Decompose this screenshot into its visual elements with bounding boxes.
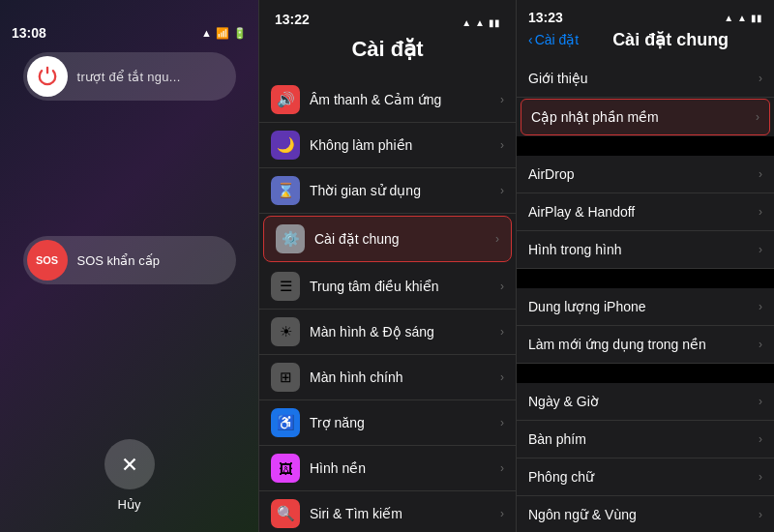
- ttdk-icon: ☰: [271, 272, 300, 301]
- signal-icon3: ▲: [724, 13, 733, 23]
- battery-icon2: ▮▮: [489, 17, 500, 28]
- chevron-ng: ›: [759, 395, 762, 408]
- cdc-label: Cài đặt chung: [314, 231, 495, 247]
- chevron-cn: ›: [756, 110, 759, 124]
- tg-icon: ⌛: [271, 176, 300, 205]
- panel3-time: 13:23: [528, 10, 563, 25]
- back-label: Cài đặt: [535, 32, 580, 47]
- settings-item-mhc[interactable]: ⊞ Màn hình chính ›: [259, 355, 516, 400]
- chevron-icon10: ›: [500, 507, 504, 520]
- battery-icon3: ▮▮: [751, 13, 762, 23]
- tn-label: Trợ năng: [310, 415, 500, 430]
- close-icon: [119, 454, 140, 475]
- general-list: Giới thiệu › Cập nhật phần mềm › AirDrop…: [517, 60, 774, 532]
- settings-item-tro-nang[interactable]: ♿ Trợ năng ›: [259, 400, 516, 446]
- cancel-button[interactable]: [104, 439, 155, 489]
- power-slider-label: trượt để tắt ngu...: [77, 70, 181, 84]
- panel1-time: 13:08: [12, 25, 46, 41]
- nn-label: Ngôn ngữ & Vùng: [528, 507, 759, 522]
- chevron-airplay: ›: [759, 205, 762, 219]
- panel1-poweroff: 13:08 ▲ 📶 🔋 trượt để tắt ngu... SOS SOS …: [0, 0, 258, 532]
- chevron-hth: ›: [759, 243, 762, 256]
- back-button[interactable]: ‹ Cài đặt: [528, 32, 579, 47]
- hn-label: Hình nền: [310, 460, 500, 476]
- cdc-icon: ⚙️: [276, 224, 305, 253]
- siri-icon: 🔍: [271, 499, 300, 528]
- chevron-icon4: ›: [495, 232, 499, 246]
- panel1-status-icons: ▲ 📶 🔋: [201, 27, 247, 40]
- power-icon: [37, 66, 58, 87]
- panel3-general: 13:23 ▲ ▲ ▮▮ ‹ Cài đặt Cài đặt chung Giớ…: [517, 0, 774, 532]
- panel3-header: 13:23 ▲ ▲ ▮▮ ‹ Cài đặt Cài đặt chung: [517, 0, 774, 60]
- cn-label: Cập nhật phần mềm: [531, 109, 756, 125]
- settings-item-ttdk[interactable]: ☰ Trung tâm điều khiển ›: [259, 264, 516, 310]
- panel2-time: 13:22: [275, 12, 310, 27]
- chevron-icon2: ›: [500, 138, 504, 152]
- chevron-nn: ›: [759, 508, 762, 521]
- chevron-icon5: ›: [500, 280, 504, 293]
- dl-label: Dung lượng iPhone: [528, 299, 759, 314]
- settings-item-man-hinh[interactable]: ☀ Màn hình & Độ sáng ›: [259, 310, 516, 355]
- panel2-status: ▲ ▲ ▮▮: [461, 17, 500, 28]
- klp-icon: 🌙: [271, 131, 300, 160]
- chevron-lm: ›: [759, 338, 762, 351]
- chevron-icon3: ›: [500, 184, 504, 197]
- panel2-header: 13:22 ▲ ▲ ▮▮ Cài đặt: [259, 0, 516, 77]
- hth-label: Hình trong hình: [528, 242, 759, 257]
- general-item-lam-moi[interactable]: Làm mới ứng dụng trong nền ›: [517, 326, 774, 364]
- general-item-dung-luong[interactable]: Dung lượng iPhone ›: [517, 288, 774, 326]
- section-gap-3: [517, 364, 774, 383]
- hn-icon: 🖼: [271, 454, 300, 483]
- general-item-airdrop[interactable]: AirDrop ›: [517, 156, 774, 193]
- general-item-ngay-gio[interactable]: Ngày & Giờ ›: [517, 383, 774, 421]
- klp-label: Không làm phiền: [310, 137, 500, 153]
- sos-slider[interactable]: SOS SOS khẩn cấp: [23, 236, 236, 284]
- settings-item-siri[interactable]: 🔍 Siri & Tìm kiếm ›: [259, 491, 516, 532]
- general-item-phong-chu[interactable]: Phông chữ ›: [517, 458, 774, 496]
- general-item-ngon-ngu[interactable]: Ngôn ngữ & Vùng ›: [517, 496, 774, 532]
- general-item-cap-nhat[interactable]: Cập nhật phần mềm ›: [521, 99, 770, 135]
- power-slider-thumb[interactable]: [27, 56, 68, 97]
- ng-label: Ngày & Giờ: [528, 394, 759, 409]
- panel2-title: Cài đặt: [275, 33, 500, 70]
- sos-label: SOS khẩn cấp: [77, 253, 160, 268]
- panel3-title: Cài đặt chung: [579, 29, 762, 50]
- settings-item-hinh-nen[interactable]: 🖼 Hình nền ›: [259, 446, 516, 491]
- panel3-nav: ‹ Cài đặt Cài đặt chung: [528, 25, 762, 54]
- sos-badge: SOS: [27, 240, 68, 281]
- settings-list: 🔊 Âm thanh & Cảm ứng › 🌙 Không làm phiền…: [259, 77, 516, 532]
- battery-icon: 🔋: [233, 27, 247, 40]
- mh-label: Màn hình & Độ sáng: [310, 324, 500, 340]
- chevron-icon: ›: [500, 93, 504, 106]
- power-slider[interactable]: trượt để tắt ngu...: [23, 52, 236, 101]
- general-item-gioi-thieu[interactable]: Giới thiệu ›: [517, 60, 774, 98]
- panel2-settings: 13:22 ▲ ▲ ▮▮ Cài đặt 🔊 Âm thanh & Cảm ứn…: [258, 0, 517, 532]
- chevron-bp: ›: [759, 432, 762, 446]
- general-item-airplay[interactable]: AirPlay & Handoff ›: [517, 193, 774, 231]
- chevron-icon8: ›: [500, 416, 504, 429]
- chevron-pc: ›: [759, 470, 762, 484]
- mhc-label: Màn hình chính: [310, 369, 500, 385]
- ttdk-label: Trung tâm điều khiển: [310, 279, 500, 294]
- lm-label: Làm mới ứng dụng trong nền: [528, 337, 759, 352]
- am-thanh-icon: 🔊: [271, 85, 300, 114]
- gt-label: Giới thiệu: [528, 71, 759, 86]
- settings-item-cai-dat-chung[interactable]: ⚙️ Cài đặt chung ›: [263, 216, 512, 262]
- chevron-dl: ›: [759, 300, 762, 313]
- settings-item-thoi-gian[interactable]: ⌛ Thời gian sử dụng ›: [259, 168, 516, 214]
- tg-label: Thời gian sử dụng: [310, 183, 500, 198]
- section-gap-1: [517, 136, 774, 156]
- settings-item-khong-lam-phien[interactable]: 🌙 Không làm phiền ›: [259, 123, 516, 168]
- section-gap-2: [517, 269, 774, 288]
- chevron-icon9: ›: [500, 461, 504, 475]
- general-item-ban-phim[interactable]: Bàn phím ›: [517, 421, 774, 458]
- chevron-icon6: ›: [500, 325, 504, 339]
- general-item-hinh-trong-hinh[interactable]: Hình trong hình ›: [517, 231, 774, 269]
- siri-label: Siri & Tìm kiếm: [310, 506, 500, 521]
- signal-icon2: ▲: [461, 17, 471, 28]
- settings-item-am-thanh[interactable]: 🔊 Âm thanh & Cảm ứng ›: [259, 77, 516, 123]
- pc-label: Phông chữ: [528, 469, 759, 485]
- cancel-label: Hủy: [118, 497, 141, 512]
- signal-icon: 📶: [216, 27, 229, 40]
- mh-icon: ☀: [271, 317, 300, 346]
